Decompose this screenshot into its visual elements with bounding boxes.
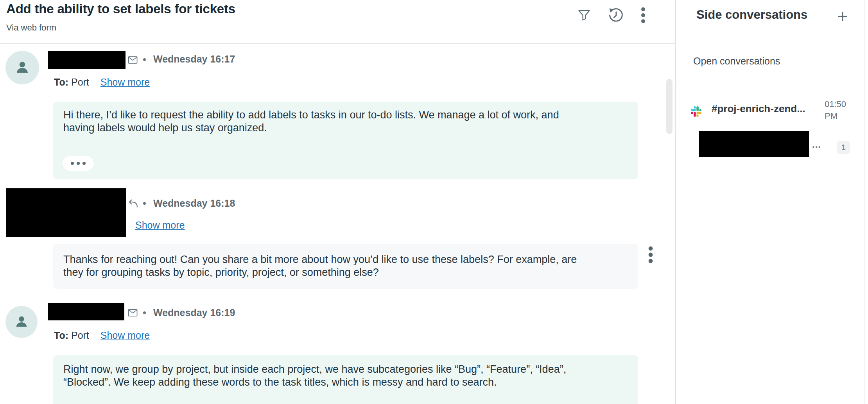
agent-message-bubble: Thanks for reaching out! Can you share a…	[53, 244, 638, 289]
redacted-preview-text	[699, 131, 809, 157]
message-text-line: having labels would help us stay organiz…	[63, 122, 628, 134]
email-channel-icon	[127, 55, 138, 65]
customer-message-bubble: Right now, we group by project, but insi…	[53, 355, 638, 404]
message-overflow-menu-button[interactable]	[645, 246, 656, 263]
side-conversations-panel: Side conversations Open conversations #p…	[676, 0, 868, 404]
dot-separator	[143, 202, 146, 205]
customer-message-bubble: Hi there, I’d like to request the abilit…	[53, 102, 638, 179]
ticket-channel-subtitle: Via web form	[6, 23, 56, 33]
message-text-line: Hi there, I’d like to request the abilit…	[63, 109, 628, 122]
dot-separator	[143, 58, 146, 61]
filter-icon	[577, 18, 592, 24]
side-conversation-time: 01:50 PM	[825, 98, 853, 122]
add-side-conversation-button[interactable]	[834, 8, 851, 25]
ticket-overflow-menu-button[interactable]	[637, 7, 649, 23]
person-icon	[13, 58, 31, 77]
dot-separator	[143, 311, 146, 314]
redacted-author-block	[6, 188, 126, 237]
to-label: To:	[54, 330, 68, 341]
overflow-menu-icon	[637, 19, 649, 25]
show-more-link[interactable]: Show more	[100, 77, 150, 88]
ellipsis-icon	[71, 162, 74, 165]
message-timestamp: Wednesday 16:17	[153, 52, 235, 66]
show-trimmed-content-button[interactable]	[63, 156, 94, 171]
filter-conversation-button[interactable]	[577, 8, 592, 23]
message-text-line: Thanks for reaching out! Can you share a…	[63, 253, 628, 266]
message-timestamp: Wednesday 16:18	[153, 197, 235, 210]
ticket-workspace: Add the ability to set labels for ticket…	[0, 0, 868, 404]
ticket-events-button[interactable]	[607, 6, 625, 24]
unread-count-badge: 1	[837, 141, 850, 154]
slack-icon	[691, 106, 701, 117]
reply-icon	[127, 197, 139, 210]
ticket-title: Add the ability to set labels for ticket…	[6, 2, 235, 16]
side-conversation-item[interactable]: #proj-enrich-zend... 01:50 PM ... 1	[684, 95, 856, 166]
message-text-line: Right now, we group by project, but insi…	[63, 363, 628, 376]
history-icon	[607, 20, 625, 25]
show-more-link[interactable]: Show more	[135, 220, 185, 231]
person-icon	[13, 313, 30, 331]
recipient-line: To: Port Show more	[54, 330, 150, 341]
ticket-conversation-pane: Add the ability to set labels for ticket…	[0, 0, 675, 404]
overflow-menu-icon	[645, 259, 656, 265]
message-text-line: they for grouping tasks by topic, priori…	[63, 266, 628, 279]
preview-ellipsis: ...	[812, 139, 821, 150]
avatar	[5, 51, 39, 84]
redacted-author-name	[48, 303, 124, 320]
side-conversation-channel: #proj-enrich-zend...	[712, 103, 805, 115]
open-conversations-heading: Open conversations	[693, 55, 780, 67]
side-panel-scroll-track	[864, 0, 864, 404]
to-value: Port	[71, 77, 89, 88]
to-value: Port	[71, 330, 89, 341]
conversation-scrollbar-thumb[interactable]	[666, 79, 673, 134]
header-divider	[0, 43, 675, 44]
add-icon	[837, 18, 848, 23]
message-text-line: “Blocked”. We keep adding these words to…	[63, 376, 628, 389]
email-channel-icon	[127, 307, 138, 318]
side-conversations-title: Side conversations	[696, 8, 807, 22]
recipient-line: To: Port Show more	[54, 77, 150, 88]
to-label: To:	[54, 77, 68, 88]
avatar	[5, 306, 38, 338]
show-more-link[interactable]: Show more	[100, 330, 150, 341]
message-timestamp: Wednesday 16:19	[153, 306, 235, 319]
redacted-author-name	[48, 51, 126, 69]
